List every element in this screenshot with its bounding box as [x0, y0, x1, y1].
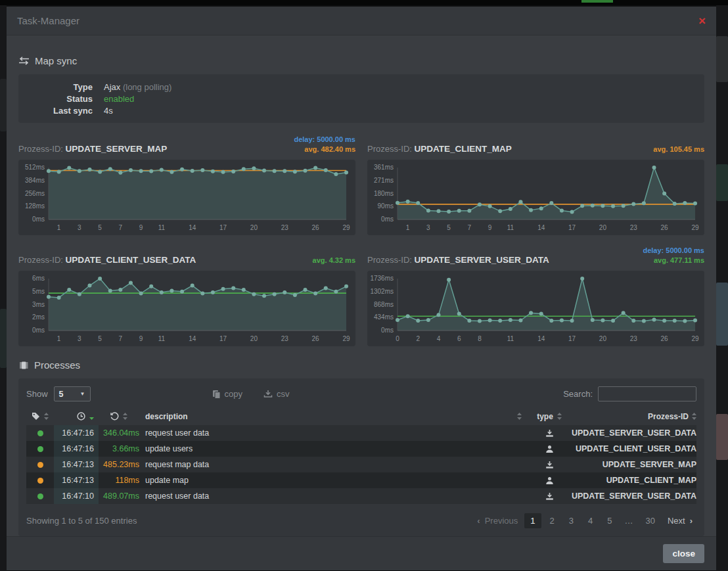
- background-fragment: [716, 164, 728, 201]
- pagination-page-4[interactable]: 4: [582, 513, 599, 528]
- avg-stat: avg. 105.45 ms: [653, 145, 704, 154]
- status-dot: [37, 478, 43, 484]
- table-row: 16:47:13 485.23ms request map data UPDAT…: [26, 457, 696, 472]
- pagination-page-30[interactable]: 30: [639, 513, 660, 528]
- svg-text:17: 17: [568, 224, 576, 231]
- sort-icon: [517, 413, 522, 420]
- svg-text:8: 8: [478, 335, 482, 342]
- row-description: update map: [139, 472, 526, 488]
- pagination-previous[interactable]: ‹ Previous: [473, 513, 522, 528]
- show-entries-select[interactable]: 5 ▼: [54, 386, 91, 401]
- row-type: [526, 488, 573, 504]
- svg-text:2ms: 2ms: [32, 313, 45, 321]
- svg-text:7: 7: [119, 224, 123, 231]
- sync-status-label: Status: [18, 93, 93, 105]
- column-header-type[interactable]: type: [526, 412, 573, 421]
- svg-text:0ms: 0ms: [32, 216, 45, 223]
- background-green-bar: [581, 0, 613, 3]
- pagination-next[interactable]: Next ›: [664, 513, 696, 528]
- svg-text:3ms: 3ms: [32, 301, 45, 308]
- svg-text:20: 20: [250, 335, 258, 342]
- svg-text:6ms: 6ms: [32, 275, 45, 282]
- svg-text:11: 11: [507, 224, 514, 231]
- svg-text:1: 1: [406, 224, 410, 231]
- svg-text:29: 29: [691, 335, 699, 342]
- table-controls: Show 5 ▼ copy csv: [26, 386, 696, 401]
- pagination-page-3[interactable]: 3: [563, 513, 580, 528]
- column-header-duration[interactable]: [99, 412, 139, 421]
- row-prozess-id: UPDATE_SERVER_USER_DATA: [573, 425, 696, 441]
- client-person-icon: [545, 445, 554, 453]
- tag-icon: [32, 412, 40, 421]
- svg-text:128ms: 128ms: [25, 202, 45, 210]
- processes-heading: Processes: [18, 359, 704, 371]
- avg-stat: avg. 477.11 ms: [643, 256, 704, 265]
- svg-text:4: 4: [437, 335, 441, 342]
- search-input[interactable]: [598, 386, 696, 401]
- pagination-page-5[interactable]: 5: [601, 513, 618, 528]
- task-manager-modal: Task-Manager × Map sync Type Ajax (long …: [7, 7, 716, 565]
- row-description: request map data: [139, 457, 526, 472]
- svg-text:512ms: 512ms: [25, 164, 45, 171]
- svg-text:1: 1: [57, 224, 61, 231]
- show-label: Show: [26, 389, 48, 399]
- pagination-page-1[interactable]: 1: [524, 513, 541, 528]
- csv-button[interactable]: csv: [263, 389, 290, 399]
- processes-heading-label: Processes: [34, 359, 80, 371]
- svg-text:868ms: 868ms: [374, 301, 394, 308]
- avg-stat: avg. 482.40 ms: [294, 145, 355, 154]
- copy-icon: [212, 390, 221, 399]
- sort-desc-icon: [89, 413, 94, 420]
- sync-type-row: Type Ajax (long polling): [18, 81, 704, 93]
- svg-text:3: 3: [426, 224, 430, 231]
- charts-grid: Prozess-ID: UPDATE_SERVER_MAP delay: 500…: [18, 132, 704, 346]
- row-duration: 118ms: [99, 472, 139, 488]
- column-header-description[interactable]: description: [139, 412, 526, 421]
- svg-text:14: 14: [189, 335, 196, 342]
- chevron-down-icon: ▼: [80, 391, 85, 397]
- row-duration: 489.07ms: [99, 488, 139, 504]
- sync-status-value: enabled: [104, 93, 134, 105]
- svg-text:20: 20: [250, 224, 258, 231]
- chart-stats: avg. 4.32 ms: [313, 256, 355, 265]
- server-download-icon: [545, 461, 554, 469]
- sync-lastsync-value: 4s: [104, 105, 113, 117]
- row-duration: 346.04ms: [99, 425, 139, 441]
- row-time: 16:47:16: [54, 425, 99, 441]
- row-time: 16:47:13: [54, 457, 99, 472]
- svg-text:17: 17: [219, 224, 227, 231]
- row-prozess-id: UPDATE_SERVER_USER_DATA: [573, 488, 696, 504]
- close-button[interactable]: close: [663, 544, 704, 563]
- svg-text:256ms: 256ms: [25, 190, 45, 197]
- sync-lastsync-row: Last sync 4s: [18, 105, 704, 117]
- column-header-time[interactable]: [54, 412, 99, 421]
- sort-icon: [123, 413, 127, 420]
- chart-block-update-client-map: Prozess-ID: UPDATE_CLIENT_MAP avg. 105.4…: [367, 132, 704, 235]
- row-description: request user data: [139, 425, 526, 441]
- table-row: 16:47:13 118ms update map UPDATE_CLIENT_…: [26, 472, 696, 488]
- chart-title: Prozess-ID: UPDATE_SERVER_USER_DATA: [367, 255, 549, 265]
- csv-label: csv: [277, 389, 290, 399]
- close-icon[interactable]: ×: [698, 14, 706, 27]
- column-header-tag[interactable]: [26, 412, 54, 421]
- column-header-prozess-id[interactable]: Prozess-ID: [573, 412, 696, 421]
- pagination-page-2[interactable]: 2: [544, 513, 560, 528]
- svg-text:0: 0: [396, 335, 399, 342]
- svg-text:2: 2: [416, 335, 420, 342]
- row-type: [526, 425, 573, 441]
- show-entries-value: 5: [59, 390, 64, 399]
- status-dot: [37, 493, 43, 499]
- chart-update-client-user-data: 0ms2ms3ms5ms6ms1357911141720232629: [18, 271, 355, 346]
- svg-text:180ms: 180ms: [374, 190, 394, 197]
- svg-text:0ms: 0ms: [381, 327, 394, 334]
- row-prozess-id: UPDATE_SERVER_MAP: [573, 457, 696, 472]
- copy-button[interactable]: copy: [212, 389, 242, 399]
- clock-icon: [77, 412, 85, 421]
- sync-arrows-icon: [18, 57, 30, 65]
- chart-title: Prozess-ID: UPDATE_SERVER_MAP: [18, 144, 167, 154]
- svg-text:29: 29: [342, 335, 350, 342]
- copy-label: copy: [225, 389, 242, 399]
- sort-icon: [692, 413, 696, 420]
- modal-body: Map sync Type Ajax (long polling) Status…: [7, 35, 716, 536]
- chart-title: Prozess-ID: UPDATE_CLIENT_MAP: [367, 144, 512, 154]
